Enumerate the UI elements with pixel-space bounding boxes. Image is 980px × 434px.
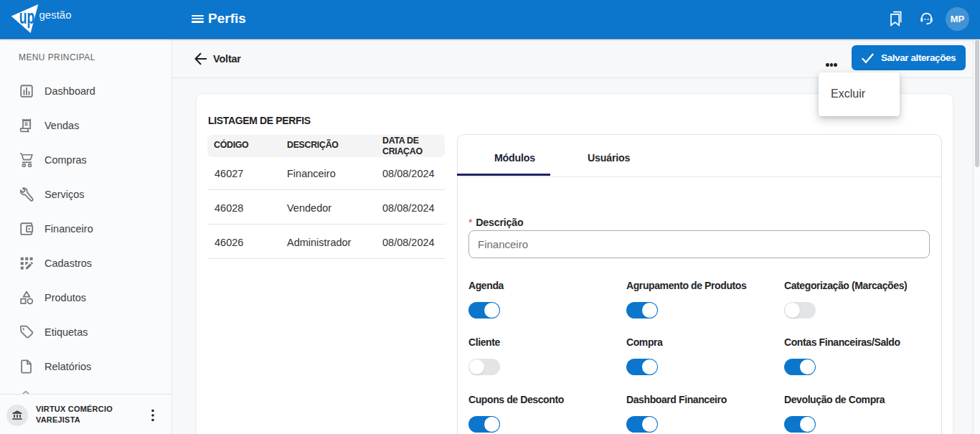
svg-text:up: up <box>19 6 35 28</box>
